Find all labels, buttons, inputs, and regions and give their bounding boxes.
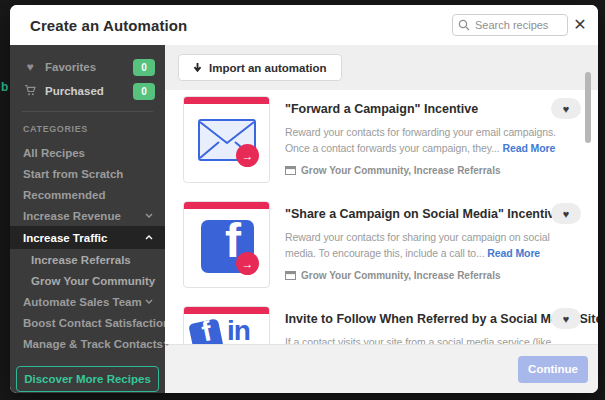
sidebar-item-label: Increase Revenue xyxy=(23,210,145,222)
recipe-description: Reward your contacts for sharing your ca… xyxy=(285,229,567,262)
thumbnail-accent-bar xyxy=(184,97,269,104)
sidebar: ♥ Favorites 0 Purchased 0 CATEGORIES All… xyxy=(10,45,165,393)
recipe-title: "Share a Campaign on Social Media" Incen… xyxy=(285,207,567,221)
search-icon xyxy=(458,19,470,31)
read-more-link[interactable]: Read More xyxy=(502,142,555,154)
sidebar-item-label: All Recipes xyxy=(23,147,153,159)
chevron-down-icon xyxy=(145,299,153,304)
arrow-circle-icon: → xyxy=(236,144,259,167)
sidebar-item-boost-contact-satisfaction[interactable]: Boost Contact Satisfaction xyxy=(10,312,165,333)
arrow-circle-icon: → xyxy=(236,252,259,275)
favorite-heart-button[interactable]: ♥ xyxy=(551,308,581,329)
sidebar-item-label: Automate Sales Team xyxy=(23,296,145,308)
cart-icon xyxy=(23,84,37,98)
recipe-card-share-campaign[interactable]: f → "Share a Campaign on Social Media" I… xyxy=(183,201,598,288)
search-box xyxy=(452,14,568,36)
modal-header: Create an Automation ✕ xyxy=(10,5,598,45)
recipe-title: Invite to Follow When Referred by a Soci… xyxy=(285,312,567,326)
read-more-link[interactable]: Read More xyxy=(487,247,540,259)
sidebar-item-label: Start from Scratch xyxy=(23,168,153,180)
thumbnail-accent-bar xyxy=(184,307,269,314)
sidebar-item-favorites[interactable]: ♥ Favorites 0 xyxy=(10,55,165,79)
recipe-info: "Share a Campaign on Social Media" Incen… xyxy=(285,201,567,288)
recipe-card-forward-campaign[interactable]: → "Forward a Campaign" Incentive Reward … xyxy=(183,96,598,183)
recipe-title: "Forward a Campaign" Incentive xyxy=(285,102,567,116)
recipe-description: If a contact visits your site from a soc… xyxy=(285,334,567,344)
import-automation-button[interactable]: Import an automation xyxy=(178,54,342,81)
recipes-panel: Import an automation → xyxy=(165,45,598,344)
sidebar-item-label: Manage & Track Contacts xyxy=(23,338,163,350)
recipe-thumbnail: f in xyxy=(183,306,270,344)
sidebar-item-increase-traffic[interactable]: Increase Traffic xyxy=(10,226,165,249)
sidebar-item-label: Increase Referrals xyxy=(31,254,153,266)
sidebar-item-all-recipes[interactable]: All Recipes xyxy=(10,142,165,163)
favorite-heart-button[interactable]: ♥ xyxy=(551,203,581,224)
purchased-count-badge: 0 xyxy=(133,83,155,100)
recipe-description: Reward your contacts for forwarding your… xyxy=(285,124,567,157)
sidebar-divider xyxy=(22,111,153,112)
recipe-thumbnail: → xyxy=(183,96,270,183)
recipe-tags: Grow Your Community, Increase Referrals xyxy=(285,270,567,281)
sidebar-item-label: Favorites xyxy=(45,61,125,73)
background-text-fragment: b xyxy=(1,80,8,94)
modal-title: Create an Automation xyxy=(30,17,187,34)
recipe-tags-text: Grow Your Community, Increase Referrals xyxy=(301,165,501,176)
recipe-tags: Grow Your Community, Increase Referrals xyxy=(285,165,567,176)
sidebar-item-purchased[interactable]: Purchased 0 xyxy=(10,79,165,103)
continue-button[interactable]: Continue xyxy=(518,356,588,383)
recipe-thumbnail: f → xyxy=(183,201,270,288)
recipe-description-text: If a contact visits your site from a soc… xyxy=(285,336,551,344)
close-icon[interactable]: ✕ xyxy=(568,13,592,37)
sidebar-item-label: Recommended xyxy=(23,189,153,201)
heart-icon: ♥ xyxy=(23,61,37,73)
favorite-heart-button[interactable]: ♥ xyxy=(551,98,581,119)
recipe-card-invite-to-follow[interactable]: f in Invite to Follow When Referred by a… xyxy=(183,306,598,344)
recipe-info: "Forward a Campaign" Incentive Reward yo… xyxy=(285,96,567,183)
sidebar-item-recommended[interactable]: Recommended xyxy=(10,184,165,205)
favorites-count-badge: 0 xyxy=(133,59,155,76)
categories-heading: CATEGORIES xyxy=(10,120,165,142)
sidebar-item-increase-revenue[interactable]: Increase Revenue xyxy=(10,205,165,226)
sidebar-item-increase-referrals[interactable]: Increase Referrals xyxy=(10,249,165,270)
content-column: Import an automation → xyxy=(165,45,598,393)
chevron-up-icon xyxy=(145,235,153,240)
scrollbar-thumb[interactable] xyxy=(585,72,591,143)
recipe-list: → "Forward a Campaign" Incentive Reward … xyxy=(165,90,598,344)
facebook-f-glyph: f xyxy=(199,318,215,344)
modal-footer: Continue xyxy=(165,344,598,393)
facebook-icon: f xyxy=(188,318,224,344)
import-button-label: Import an automation xyxy=(209,62,327,74)
modal-body: ♥ Favorites 0 Purchased 0 CATEGORIES All… xyxy=(10,45,598,393)
thumbnail-accent-bar xyxy=(184,202,269,209)
sidebar-item-grow-your-community[interactable]: Grow Your Community xyxy=(10,270,165,291)
import-bar: Import an automation xyxy=(165,45,598,90)
recipe-info: Invite to Follow When Referred by a Soci… xyxy=(285,306,567,344)
sidebar-item-label: Increase Traffic xyxy=(23,232,145,244)
discover-more-recipes-button[interactable]: Discover More Recipes xyxy=(16,366,159,392)
linkedin-icon: in xyxy=(227,315,250,344)
chevron-down-icon xyxy=(145,213,153,218)
download-arrow-icon xyxy=(193,62,202,73)
create-automation-modal: Create an Automation ✕ ♥ Favorites 0 xyxy=(10,5,598,393)
sidebar-item-label: Purchased xyxy=(45,85,125,97)
sidebar-item-automate-sales-team[interactable]: Automate Sales Team xyxy=(10,291,165,312)
category-icon xyxy=(285,271,296,280)
sidebar-item-start-from-scratch[interactable]: Start from Scratch xyxy=(10,163,165,184)
recipe-tags-text: Grow Your Community, Increase Referrals xyxy=(301,270,501,281)
sidebar-item-manage-track-contacts[interactable]: Manage & Track Contacts xyxy=(10,333,165,354)
category-icon xyxy=(285,166,296,175)
sidebar-item-label: Boost Contact Satisfaction xyxy=(23,317,170,329)
sidebar-item-label: Grow Your Community xyxy=(31,275,155,287)
